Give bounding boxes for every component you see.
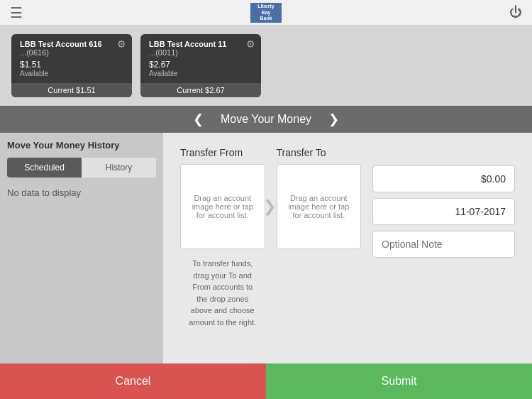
account-balance-0: $1.51	[20, 60, 41, 70]
nav-title: Move Your Money	[221, 113, 311, 126]
transfer-to-label: Transfer To	[277, 147, 362, 158]
left-panel: Move Your Money History Scheduled Histor…	[0, 133, 163, 399]
account-number-0: ...(0616)	[20, 48, 49, 57]
instruction-text: To transfer funds, drag your To and From…	[180, 258, 265, 328]
tab-scheduled[interactable]: Scheduled	[7, 158, 82, 177]
nav-left-arrow[interactable]: ❮	[193, 111, 204, 127]
transfer-from-section: Transfer From Drag an account image here…	[180, 147, 265, 328]
amount-field[interactable]	[372, 165, 515, 192]
transfer-from-dropzone[interactable]: Drag an account image here or tap for ac…	[180, 164, 265, 249]
nav-bar: ❮ Move Your Money ❯	[0, 106, 532, 133]
date-field[interactable]	[372, 198, 515, 225]
submit-button[interactable]: Submit	[266, 364, 532, 399]
tab-history[interactable]: History	[82, 158, 156, 177]
transfer-to-dropzone[interactable]: Drag an account image here or tap for ac…	[277, 164, 362, 249]
account-current-0: Current $1.51	[11, 83, 132, 97]
account-balance-1: $2.67	[149, 60, 170, 70]
left-panel-title: Move Your Money History	[7, 140, 156, 151]
tab-buttons: Scheduled History	[7, 158, 156, 177]
right-inputs	[372, 147, 515, 258]
transfer-row: Transfer From Drag an account image here…	[180, 147, 515, 328]
app-logo: Liberty Bay Bank	[250, 3, 282, 23]
account-name-0: LBB Test Account 616	[20, 40, 102, 48]
power-icon[interactable]: ⏻	[509, 5, 522, 20]
gear-icon-0[interactable]: ⚙	[117, 38, 126, 50]
cancel-button[interactable]: Cancel	[0, 364, 266, 399]
app-wrapper: ☰ Liberty Bay Bank ⏻ LBB Test Account 61…	[0, 0, 532, 399]
no-data-message: No data to display	[7, 187, 156, 198]
transfer-to-section: Transfer To Drag an account image here o…	[277, 147, 362, 249]
account-card-1: LBB Test Account 11 ...(0011) $2.67 Avai…	[140, 34, 261, 97]
account-available-1: Available	[149, 70, 177, 77]
nav-right-arrow[interactable]: ❯	[328, 111, 339, 127]
accounts-area: LBB Test Account 616 ...(0616) $1.51 Ava…	[0, 26, 532, 106]
note-field[interactable]	[372, 231, 515, 258]
transfer-from-label: Transfer From	[180, 147, 265, 158]
account-number-1: ...(0011)	[149, 48, 178, 57]
gear-icon-1[interactable]: ⚙	[246, 38, 255, 50]
content-row: Move Your Money History Scheduled Histor…	[0, 133, 532, 399]
account-current-1: Current $2.67	[140, 83, 261, 97]
bottom-buttons: Cancel Submit	[0, 364, 532, 399]
account-available-0: Available	[20, 70, 48, 77]
hamburger-icon[interactable]: ☰	[10, 4, 23, 21]
account-name-1: LBB Test Account 11	[149, 40, 226, 48]
account-card-0: LBB Test Account 616 ...(0616) $1.51 Ava…	[11, 34, 132, 97]
top-bar: ☰ Liberty Bay Bank ⏻	[0, 0, 532, 26]
right-panel: Transfer From Drag an account image here…	[163, 133, 532, 399]
